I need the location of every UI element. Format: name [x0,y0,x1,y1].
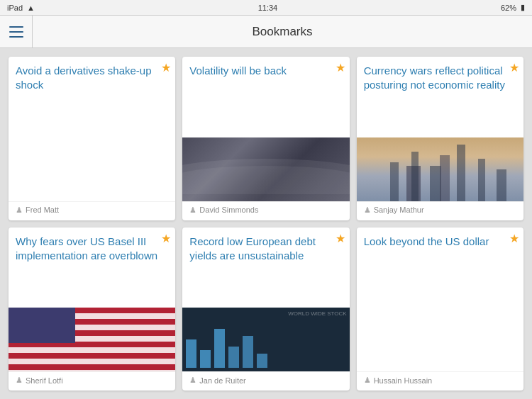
bookmark-card-4[interactable]: ★Why fears over US Basel III implementat… [9,227,175,391]
card-author: Jan de Ruiter [199,376,245,385]
card-title: Look beyond the US dollar [364,235,516,368]
card-image: WORLD WIDE STOCK [182,308,349,371]
card-body: Look beyond the US dollar [357,227,523,372]
page-title: Bookmarks [33,25,532,39]
card-body: Record low European debt yields are unsu… [182,227,349,308]
person-icon: ♟ [16,206,23,215]
card-title: Record low European debt yields are unsu… [189,235,342,304]
card-footer: ♟Hussain Hussain [357,371,523,390]
bookmark-card-5[interactable]: ★Record low European debt yields are uns… [182,227,349,391]
battery-label: 62% [501,4,516,12]
card-title: Avoid a derivatives shake-up shock [16,64,168,197]
card-body: Why fears over US Basel III implementati… [9,227,175,308]
bookmark-star-icon: ★ [509,232,519,245]
card-author: Sherif Lotfi [26,376,63,385]
card-footer: ♟Fred Matt [9,201,175,220]
person-icon: ♟ [16,376,23,385]
card-image [9,308,175,371]
bookmark-star-icon: ★ [336,232,345,245]
card-footer: ♟Sanjay Mathur [357,201,523,220]
bookmark-card-3[interactable]: ★Currency wars reflect political posturi… [357,57,523,220]
bookmarks-grid: ★Avoid a derivatives shake-up shock♟Fred… [0,48,532,399]
card-author: David Simmonds [199,206,258,214]
status-left: iPad ▲ [7,4,35,12]
hamburger-line [9,36,23,38]
status-right: 62% ▮ [501,3,525,12]
card-author: Fred Matt [26,206,59,214]
person-icon: ♟ [364,206,371,215]
bookmark-card-1[interactable]: ★Avoid a derivatives shake-up shock♟Fred… [9,57,175,220]
battery-icon: ▮ [521,3,525,12]
bookmark-card-6[interactable]: ★Look beyond the US dollar♟Hussain Hussa… [357,227,523,391]
status-bar: iPad ▲ 11:34 62% ▮ [0,0,532,16]
bookmark-star-icon: ★ [161,232,171,245]
person-icon: ♟ [189,206,196,215]
card-author: Sanjay Mathur [374,206,424,214]
card-title: Why fears over US Basel III implementati… [16,235,168,304]
card-body: Volatility will be back [182,57,349,137]
card-footer: ♟Jan de Ruiter [182,371,349,390]
person-icon: ♟ [189,376,196,385]
status-time: 11:34 [258,4,278,12]
card-author: Hussain Hussain [374,376,433,385]
card-image [182,137,349,201]
card-body: Currency wars reflect political posturin… [357,57,523,137]
menu-button[interactable] [0,16,33,48]
bookmark-star-icon: ★ [509,61,519,74]
header: Bookmarks [0,16,532,48]
bookmark-card-2[interactable]: ★Volatility will be back♟David Simmonds [182,57,349,220]
bookmark-star-icon: ★ [336,61,345,74]
carrier-label: iPad [7,4,23,12]
card-body: Avoid a derivatives shake-up shock [9,57,175,201]
card-image [357,137,523,201]
person-icon: ♟ [364,376,371,385]
hamburger-line [9,26,23,28]
bookmark-star-icon: ★ [161,61,171,74]
card-title: Volatility will be back [189,64,342,133]
card-footer: ♟Sherif Lotfi [9,371,175,390]
card-title: Currency wars reflect political posturin… [364,64,516,133]
hamburger-line [9,31,23,33]
wifi-icon: ▲ [27,4,35,12]
card-footer: ♟David Simmonds [182,201,349,220]
